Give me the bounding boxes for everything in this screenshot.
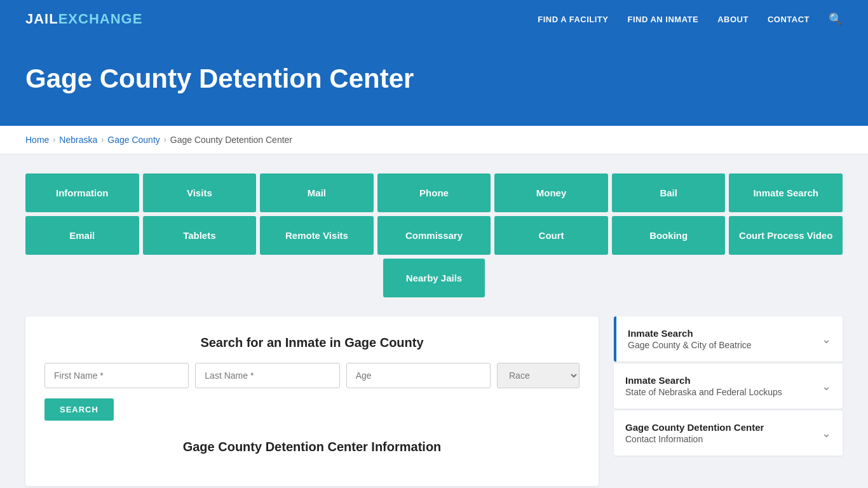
accordion-chevron-1: ⌄ — [822, 332, 831, 346]
nav-link-contact[interactable]: CONTACT — [768, 15, 810, 24]
cat-btn-bail[interactable]: Bail — [612, 173, 726, 212]
accordion-title-1: Inmate Search — [628, 328, 752, 339]
age-input[interactable] — [346, 363, 491, 388]
accordion-subtitle-1: Gage County & City of Beatrice — [628, 340, 752, 350]
search-submit-button[interactable]: SEARCH — [44, 398, 114, 421]
cat-btn-phone[interactable]: Phone — [377, 173, 491, 212]
nav-search-icon[interactable]: 🔍 — [829, 12, 843, 26]
right-panel: Inmate Search Gage County & City of Beat… — [614, 316, 843, 458]
two-col-layout: Search for an Inmate in Gage County Race… — [25, 316, 843, 486]
cat-btn-information[interactable]: Information — [25, 173, 139, 212]
category-grid-row3: Nearby Jails — [25, 259, 843, 297]
breadcrumb-gage-county[interactable]: Gage County — [107, 135, 160, 145]
breadcrumb-sep-1: › — [53, 135, 55, 144]
accordion-subtitle-2: State of Nebraska and Federal Lockups — [625, 387, 782, 397]
search-button[interactable]: 🔍 — [829, 12, 843, 26]
accordion-item-1: Inmate Search Gage County & City of Beat… — [614, 316, 843, 362]
nav-item-about[interactable]: ABOUT — [717, 13, 749, 25]
cat-btn-booking[interactable]: Booking — [612, 216, 726, 255]
cat-btn-court[interactable]: Court — [494, 216, 608, 255]
search-panel-title: Search for an Inmate in Gage County — [44, 336, 580, 350]
cat-btn-email[interactable]: Email — [25, 216, 139, 255]
logo-exchange: EXCHANGE — [58, 11, 143, 27]
cat-btn-tablets[interactable]: Tablets — [143, 216, 257, 255]
hero-section: Gage County Detention Center — [0, 38, 868, 126]
accordion-header-1[interactable]: Inmate Search Gage County & City of Beat… — [616, 316, 843, 362]
accordion-item-3: Gage County Detention Center Contact Inf… — [614, 410, 843, 456]
accordion-header-2[interactable]: Inmate Search State of Nebraska and Fede… — [614, 363, 843, 409]
cat-btn-visits[interactable]: Visits — [143, 173, 257, 212]
cat-btn-mail[interactable]: Mail — [260, 173, 374, 212]
nav-item-find-facility[interactable]: FIND A FACILITY — [538, 13, 608, 25]
info-section-heading: Gage County Detention Center Information — [44, 440, 580, 454]
cat-btn-inmate-search[interactable]: Inmate Search — [729, 173, 843, 212]
main-content: Information Visits Mail Phone Money Bail… — [0, 154, 868, 488]
cat-btn-commissary[interactable]: Commissary — [377, 216, 491, 255]
cat-btn-nearby-jails[interactable]: Nearby Jails — [383, 259, 485, 297]
cat-btn-court-process-video[interactable]: Court Process Video — [729, 216, 843, 255]
nav-item-find-inmate[interactable]: FIND AN INMATE — [627, 13, 698, 25]
breadcrumb-sep-3: › — [164, 135, 166, 144]
accordion-chevron-2: ⌄ — [822, 379, 831, 393]
page-title: Gage County Detention Center — [25, 64, 843, 94]
first-name-input[interactable] — [44, 363, 189, 388]
breadcrumb-sep-2: › — [101, 135, 104, 144]
cat-btn-money[interactable]: Money — [494, 173, 608, 212]
race-select[interactable]: Race White Black Hispanic Asian Other — [497, 363, 580, 388]
cat-btn-remote-visits[interactable]: Remote Visits — [260, 216, 374, 255]
last-name-input[interactable] — [195, 363, 339, 388]
accordion-title-3: Gage County Detention Center — [625, 422, 764, 433]
breadcrumb-nebraska[interactable]: Nebraska — [59, 135, 97, 145]
logo-jail: JAIL — [25, 11, 58, 27]
breadcrumb-current: Gage County Detention Center — [170, 135, 292, 145]
nav-item-contact[interactable]: CONTACT — [768, 13, 810, 25]
nav-link-find-facility[interactable]: FIND A FACILITY — [538, 15, 608, 24]
navbar: JAILEXCHANGE FIND A FACILITY FIND AN INM… — [0, 0, 868, 38]
left-panel: Search for an Inmate in Gage County Race… — [25, 316, 599, 486]
nav-link-find-inmate[interactable]: FIND AN INMATE — [627, 15, 698, 24]
accordion-subtitle-3: Contact Information — [625, 434, 764, 444]
nav-link-about[interactable]: ABOUT — [717, 15, 749, 24]
breadcrumb-bar: Home › Nebraska › Gage County › Gage Cou… — [0, 126, 868, 154]
category-grid-row2: Email Tablets Remote Visits Commissary C… — [25, 216, 843, 255]
nav-menu: FIND A FACILITY FIND AN INMATE ABOUT CON… — [538, 12, 843, 26]
accordion-item-2: Inmate Search State of Nebraska and Fede… — [614, 363, 843, 409]
breadcrumb-home[interactable]: Home — [25, 135, 49, 145]
accordion-header-3[interactable]: Gage County Detention Center Contact Inf… — [614, 410, 843, 456]
search-form: Race White Black Hispanic Asian Other — [44, 363, 580, 388]
accordion-title-2: Inmate Search — [625, 375, 782, 386]
accordion-chevron-3: ⌄ — [822, 426, 831, 440]
breadcrumb: Home › Nebraska › Gage County › Gage Cou… — [25, 135, 843, 145]
site-logo[interactable]: JAILEXCHANGE — [25, 11, 142, 27]
category-grid-row1: Information Visits Mail Phone Money Bail… — [25, 173, 843, 212]
